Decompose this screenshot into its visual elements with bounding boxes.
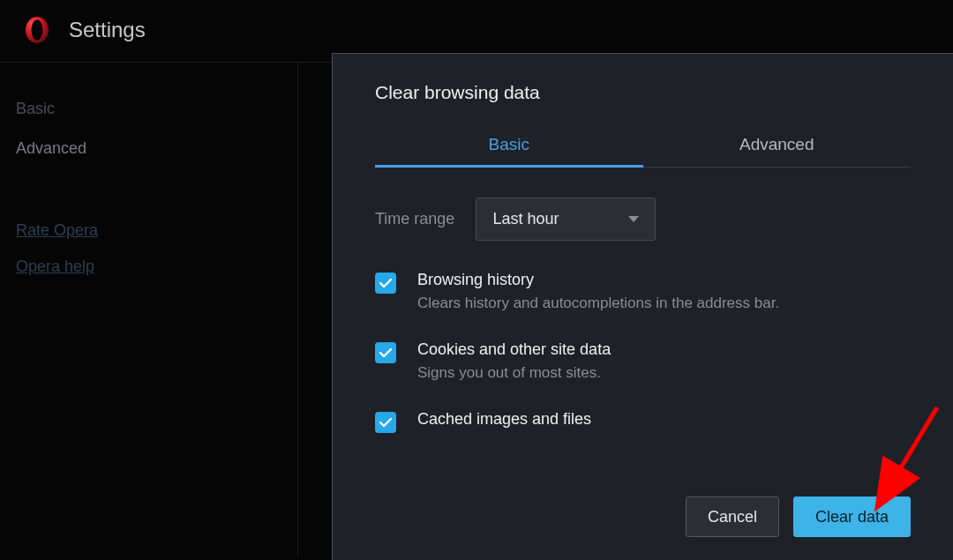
sidebar-links: Rate Opera Opera help [16,213,297,285]
page-title: Settings [69,18,146,42]
dialog-tabs: Basic Advanced [375,126,911,168]
option-text: Cached images and files [417,410,591,434]
time-range-value: Last hour [492,210,559,228]
option-cached: Cached images and files [375,410,911,434]
svg-point-1 [32,20,43,41]
checkbox-browsing-history[interactable] [375,273,396,294]
tab-advanced[interactable]: Advanced [643,126,912,167]
sidebar-link-opera-help[interactable]: Opera help [16,249,297,285]
option-desc: Clears history and autocompletions in th… [417,295,779,312]
option-text: Cookies and other site data Signs you ou… [417,340,611,382]
option-title: Cookies and other site data [417,340,611,359]
settings-sidebar: Basic Advanced Rate Opera Opera help [0,63,298,556]
time-range-label: Time range [375,210,454,228]
opera-logo-icon [23,16,51,44]
sidebar-link-rate-opera[interactable]: Rate Opera [16,213,297,249]
time-range-select[interactable]: Last hour [476,198,656,241]
option-title: Cached images and files [417,410,591,429]
option-desc: Signs you out of most sites. [417,364,611,382]
checkbox-cookies[interactable] [375,342,396,363]
clear-data-button[interactable]: Clear data [793,497,911,537]
sidebar-item-advanced[interactable]: Advanced [16,129,297,168]
dialog-footer: Cancel Clear data [375,497,911,537]
check-icon [379,348,392,358]
clear-browsing-data-dialog: Clear browsing data Basic Advanced Time … [332,53,953,560]
option-browsing-history: Browsing history Clears history and auto… [375,271,911,312]
tab-basic[interactable]: Basic [375,126,643,167]
chevron-down-icon [628,216,639,222]
check-icon [379,418,392,428]
option-title: Browsing history [417,271,779,289]
check-icon [379,279,392,288]
sidebar-item-basic[interactable]: Basic [16,89,297,129]
cancel-button[interactable]: Cancel [686,497,779,537]
option-text: Browsing history Clears history and auto… [417,271,779,312]
dialog-title: Clear browsing data [375,82,911,103]
checkbox-cached[interactable] [375,412,396,433]
option-cookies: Cookies and other site data Signs you ou… [375,340,911,382]
time-range-row: Time range Last hour [375,198,911,241]
